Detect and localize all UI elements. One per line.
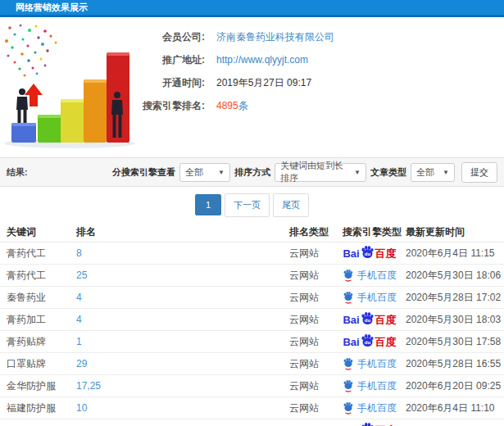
rank-link[interactable]: 10 xyxy=(76,402,87,414)
rank-link[interactable]: 17,25 xyxy=(76,380,101,392)
updated-cell: 2020年6月4日 11:10 xyxy=(406,397,504,419)
article-type-select[interactable]: 全部 ▼ xyxy=(411,163,455,182)
page: 网络营销效果展示 xyxy=(0,0,504,426)
rank-cell: 4 xyxy=(76,287,289,309)
results-tbody-partial: Bai du 百度 xyxy=(0,419,504,426)
baidu-pc-logo: Bai du 百度 xyxy=(343,313,396,327)
rank-link[interactable]: 4 xyxy=(76,292,82,303)
page-title: 网络营销效果展示 xyxy=(16,2,88,12)
engine-filter-label: 分搜索引擎查看 xyxy=(112,166,175,179)
member-info-panel: 会员公司: 济南秦鲁药业科技有限公司 推广地址: http://www.qlyy… xyxy=(123,25,500,117)
updated-cell: 2020年6月20日 09:25 xyxy=(406,375,504,397)
baidu-paw-icon: du xyxy=(361,245,375,259)
engine-cell: Bai du 百度 xyxy=(343,375,406,397)
promo-url-label: 推广地址: xyxy=(123,53,205,67)
article-type-label: 文章类型 xyxy=(370,166,406,179)
updated-cell: 2020年5月28日 16:55 xyxy=(406,353,504,375)
baidu-pc-logo: Bai du 百度 xyxy=(343,335,396,349)
engine-cell: Bai du 百度 xyxy=(343,309,406,331)
bar-chart-bars xyxy=(11,52,129,143)
baidu-mobile-logo: 手机百度 xyxy=(343,401,397,415)
rank-cell: 10 xyxy=(76,397,289,419)
updated-cell: 2020年6月4日 11:15 xyxy=(406,242,504,265)
baidu-mobile-logo: 手机百度 xyxy=(343,291,397,304)
header-keyword: 关键词 xyxy=(0,223,76,242)
keyword-cell: 膏药代工 xyxy=(0,242,76,265)
baidu-paw-icon: du xyxy=(361,311,375,325)
baidu-paw-icon: du xyxy=(361,422,375,426)
header-rank: 排名 xyxy=(76,223,289,242)
rank-link[interactable]: 1 xyxy=(76,336,82,347)
chevron-down-icon: ▼ xyxy=(354,169,361,176)
table-row: 口罩贴牌 29 云网站 Bai du 百度 xyxy=(0,353,504,375)
table-row: 秦鲁药业 4 云网站 Bai du 百度 xyxy=(0,287,504,309)
rank-unit: 条 xyxy=(238,100,248,111)
submit-button[interactable]: 提交 xyxy=(461,162,497,183)
table-row: 膏药贴牌 1 云网站 Bai du 百度 xyxy=(0,331,504,353)
rank-link[interactable]: 8 xyxy=(76,247,82,259)
table-row: 金华防护服 17,25 云网站 Bai du 百度 xyxy=(0,375,504,397)
rank-link[interactable]: 25 xyxy=(76,270,87,281)
results-table-header: 关键词 排名 排名类型 搜索引擎类型 最新更新时间 xyxy=(0,223,504,242)
info-row-rank: 搜索引擎排名: 4895条 xyxy=(123,94,500,117)
sort-value: 关键词由短到长排序 xyxy=(280,160,350,184)
table-row: 膏药代工 8 云网站 Bai du 百度 xyxy=(0,242,504,265)
mobile-baidu-paw-icon xyxy=(343,357,354,370)
keyword-cell: 口罩贴牌 xyxy=(0,353,76,375)
engine-rank-value: 4895条 xyxy=(216,99,248,113)
rank-count: 4895 xyxy=(216,100,238,111)
header-engine: 搜索引擎类型 xyxy=(343,223,406,242)
keyword-cell: 福建防护服 xyxy=(0,397,76,419)
engine-filter-select[interactable]: 全部 ▼ xyxy=(179,163,230,182)
svg-text:du: du xyxy=(364,318,370,323)
info-row-url: 推广地址: http://www.qlyyjt.com xyxy=(123,48,500,71)
rank-cell: 29 xyxy=(76,353,289,375)
confetti-dots xyxy=(5,25,57,77)
mobile-baidu-paw-icon xyxy=(343,269,354,282)
promo-bar-chart-image xyxy=(0,23,143,150)
rank-cell: 8 xyxy=(76,242,289,265)
company-link[interactable]: 济南秦鲁药业科技有限公司 xyxy=(216,30,334,44)
next-page-button[interactable]: 下一页 xyxy=(225,193,270,217)
last-page-button[interactable]: 尾页 xyxy=(273,193,309,217)
rank-cell: 25 xyxy=(76,265,289,287)
mobile-baidu-paw-icon xyxy=(343,401,354,415)
keyword-cell: 膏药贴牌 xyxy=(0,331,76,353)
updated-cell: 2020年5月30日 18:03 xyxy=(406,309,504,331)
rank-link[interactable]: 29 xyxy=(76,358,87,369)
promo-url-link[interactable]: http://www.qlyyjt.com xyxy=(216,54,308,66)
page-button-1[interactable]: 1 xyxy=(195,194,221,215)
svg-text:du: du xyxy=(364,340,370,345)
baidu-pc-logo: Bai du 百度 xyxy=(343,247,396,261)
chevron-down-icon: ▼ xyxy=(218,169,225,176)
info-row-company: 会员公司: 济南秦鲁药业科技有限公司 xyxy=(123,25,500,48)
results-table: 关键词 排名 排名类型 搜索引擎类型 最新更新时间 膏药代工 8 云网站 Bai xyxy=(0,223,504,426)
chevron-down-icon: ▼ xyxy=(443,169,449,176)
title-bar: 网络营销效果展示 xyxy=(0,0,504,15)
baidu-mobile-logo: 手机百度 xyxy=(343,269,397,282)
table-row: 膏药加工 4 云网站 Bai du 百度 xyxy=(0,309,504,331)
keyword-cell: 膏药代工 xyxy=(0,265,76,287)
updated-cell: 2020年5月30日 18:06 xyxy=(406,265,504,287)
engine-cell: Bai du 百度 xyxy=(343,242,406,265)
engine-cell: Bai du 百度 xyxy=(343,265,406,287)
rank-link[interactable]: 4 xyxy=(76,314,82,325)
engine-rank-label: 搜索引擎排名: xyxy=(123,99,205,113)
sort-select[interactable]: 关键词由短到长排序 ▼ xyxy=(275,163,366,182)
baidu-mobile-logo: 手机百度 xyxy=(343,379,397,392)
hero-section: 会员公司: 济南秦鲁药业科技有限公司 推广地址: http://www.qlyy… xyxy=(0,17,504,157)
updated-cell: 2020年5月30日 17:58 xyxy=(406,331,504,353)
filter-bar: 结果: 分搜索引擎查看 全部 ▼ 排序方式 关键词由短到长排序 ▼ 文章类型 全… xyxy=(0,157,504,187)
keyword-cell: 金华防护服 xyxy=(0,375,76,397)
keyword-cell: 秦鲁药业 xyxy=(0,287,76,309)
header-rank-type: 排名类型 xyxy=(289,223,343,242)
results-tbody: 膏药代工 8 云网站 Bai du 百度 xyxy=(0,242,504,419)
baidu-mobile-logo: 手机百度 xyxy=(343,357,397,370)
engine-filter-value: 全部 xyxy=(185,166,203,179)
svg-text:du: du xyxy=(364,252,370,256)
table-row-partial: Bai du 百度 xyxy=(0,419,504,426)
pagination: 1 下一页 尾页 xyxy=(0,187,504,223)
table-row: 福建防护服 10 云网站 Bai du 百度 xyxy=(0,397,504,419)
opened-value: 2019年5月27日 09:17 xyxy=(216,76,311,90)
updated-cell: 2020年5月28日 17:02 xyxy=(406,287,504,309)
